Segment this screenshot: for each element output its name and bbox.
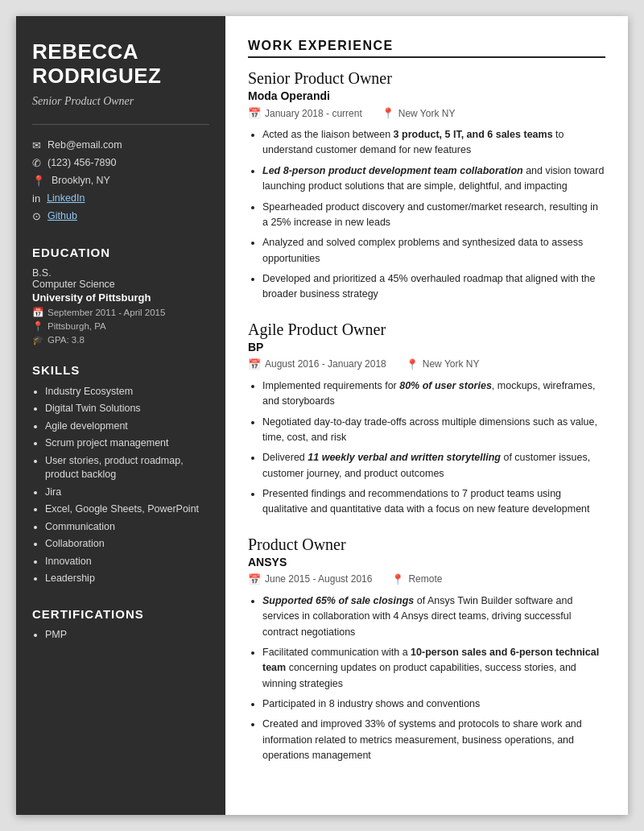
job-bullets-3: Supported 65% of sale closings of Ansys … (248, 593, 605, 764)
job-location-3: 📍 Remote (391, 573, 442, 585)
candidate-name: REBECCA RODRIGUEZ (32, 40, 209, 89)
list-item: Innovation (45, 555, 209, 569)
contact-github[interactable]: ⊙ Github (32, 210, 209, 222)
education-heading: EDUCATION (32, 246, 209, 259)
job-location-1: 📍 New York NY (382, 107, 456, 119)
edu-degree: B.S. (32, 267, 209, 279)
linkedin-icon: in (32, 192, 40, 205)
list-item: Participated in 8 industry shows and con… (262, 697, 605, 712)
contact-location: 📍 Brooklyn, NY (32, 175, 209, 187)
job-company-2: BP (248, 341, 605, 353)
job-dates-2: 📅 August 2016 - January 2018 (248, 358, 386, 370)
list-item: Digital Twin Solutions (45, 402, 209, 416)
list-item: Delivered 11 weekly verbal and written s… (262, 450, 605, 482)
certifications-list: PMP (32, 629, 209, 643)
list-item: Led 8-person product development team co… (262, 163, 605, 195)
contact-phone: ✆ (123) 456-7890 (32, 157, 209, 169)
edu-gpa: 🎓 GPA: 3.8 (32, 334, 209, 345)
list-item: Jira (45, 486, 209, 500)
job-bullets-1: Acted as the liaison between 3 product, … (248, 127, 605, 303)
contact-email: ✉ Reb@email.com (32, 139, 209, 151)
location-icon: 📍 (406, 358, 419, 370)
github-icon: ⊙ (32, 210, 41, 222)
job-meta-2: 📅 August 2016 - January 2018 📍 New York … (248, 358, 605, 370)
list-item: Leadership (45, 572, 209, 586)
job-location-2: 📍 New York NY (406, 358, 480, 370)
list-item: Presented findings and recommendations t… (262, 486, 605, 518)
job-company-3: ANSYS (248, 556, 605, 568)
list-item: Analyzed and solved complex problems and… (262, 235, 605, 267)
location-icon: 📍 (391, 573, 404, 585)
job-title-3: Product Owner (248, 535, 605, 554)
job-bullets-2: Implemented requirements for 80% of user… (248, 378, 605, 518)
list-item: Supported 65% of sale closings of Ansys … (262, 593, 605, 640)
gpa-icon: 🎓 (32, 334, 43, 345)
certifications-heading: CERTIFICATIONS (32, 607, 209, 621)
contact-linkedin[interactable]: in LinkedIn (32, 192, 209, 205)
candidate-title: Senior Product Owner (32, 95, 209, 108)
list-item: Collaboration (45, 537, 209, 552)
list-item: Excel, Google Sheets, PowerPoint (45, 502, 209, 517)
list-item: Facilitated communication with a 10-pers… (262, 645, 605, 692)
job-meta-3: 📅 June 2015 - August 2016 📍 Remote (248, 573, 605, 585)
calendar-icon: 📅 (248, 107, 261, 119)
location-icon: 📍 (32, 175, 45, 187)
skills-list: Industry Ecosystem Digital Twin Solution… (32, 385, 209, 589)
job-block-2: Agile Product Owner BP 📅 August 2016 - J… (248, 320, 605, 518)
job-block-1: Senior Product Owner Moda Operandi 📅 Jan… (248, 69, 605, 303)
job-title-2: Agile Product Owner (248, 320, 605, 339)
job-meta-1: 📅 January 2018 - current 📍 New York NY (248, 107, 605, 119)
list-item: User stories, product roadmap, product b… (45, 454, 209, 482)
email-icon: ✉ (32, 139, 41, 151)
calendar-icon: 📅 (248, 358, 261, 370)
list-item: Implemented requirements for 80% of user… (262, 378, 605, 410)
list-item: Communication (45, 520, 209, 535)
main-content: WORK EXPERIENCE Senior Product Owner Mod… (225, 16, 628, 815)
list-item: Scrum project management (45, 436, 209, 451)
calendar-icon: 📅 (32, 307, 43, 318)
list-item: Agile development (45, 420, 209, 434)
location-icon: 📍 (382, 107, 394, 119)
list-item: Industry Ecosystem (45, 385, 209, 399)
list-item: Developed and prioritized a 45% overhaul… (262, 271, 605, 303)
sidebar: REBECCA RODRIGUEZ Senior Product Owner ✉… (16, 16, 225, 815)
job-block-3: Product Owner ANSYS 📅 June 2015 - August… (248, 535, 605, 764)
job-dates-3: 📅 June 2015 - August 2016 (248, 573, 372, 585)
job-dates-1: 📅 January 2018 - current (248, 107, 362, 119)
edu-dates: 📅 September 2011 - April 2015 (32, 307, 209, 318)
edu-field: Computer Science (32, 279, 209, 290)
list-item: Negotiated day-to-day trade-offs across … (262, 415, 605, 446)
skills-heading: SKILLS (32, 363, 209, 377)
calendar-icon: 📅 (248, 573, 261, 585)
phone-icon: ✆ (32, 157, 41, 169)
pin-icon: 📍 (32, 320, 43, 332)
list-item: Created and improved 33% of systems and … (262, 717, 605, 763)
edu-location: 📍 Pittsburgh, PA (32, 320, 209, 332)
list-item: Acted as the liaison between 3 product, … (262, 127, 605, 159)
list-item: Spearheaded product discovery and custom… (262, 200, 605, 231)
job-title-1: Senior Product Owner (248, 69, 605, 88)
list-item: PMP (45, 629, 209, 640)
work-experience-heading: WORK EXPERIENCE (248, 39, 605, 58)
edu-school: University of Pittsburgh (32, 291, 209, 304)
job-company-1: Moda Operandi (248, 89, 605, 102)
